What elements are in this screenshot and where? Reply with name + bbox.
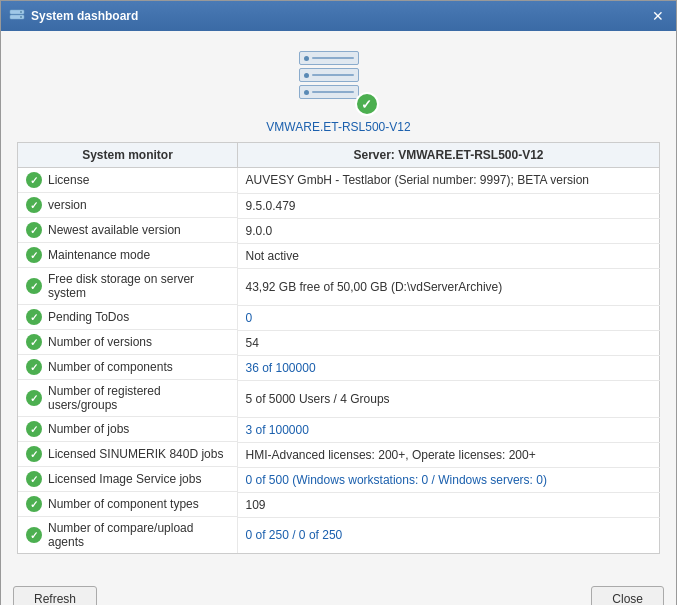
- row-label: Number of versions: [48, 335, 152, 349]
- table-row: ✓ Licensed SINUMERIK 840D jobs HMI-Advan…: [18, 442, 660, 467]
- row-label-cell: ✓ Number of registered users/groups: [18, 380, 238, 417]
- table-row: ✓ version 9.5.0.479: [18, 193, 660, 218]
- row-label-cell: ✓ Number of components: [18, 355, 238, 380]
- row-value-cell: 109: [238, 492, 660, 517]
- row-value-cell: 9.5.0.479: [238, 193, 660, 218]
- row-value: 5 of 5000 Users / 4 Groups: [246, 392, 390, 406]
- row-value-cell: AUVESY GmbH - Testlabor (Serial number: …: [238, 168, 660, 194]
- row-value-cell: HMI-Advanced licenses: 200+, Operate lic…: [238, 442, 660, 467]
- status-check-icon: ✓: [26, 247, 42, 263]
- row-value: 9.5.0.479: [246, 199, 296, 213]
- row-label: Number of compare/upload agents: [48, 521, 229, 549]
- status-check-icon: ✓: [26, 471, 42, 487]
- table-row: ✓ Pending ToDos 0: [18, 305, 660, 330]
- refresh-button[interactable]: Refresh: [13, 586, 97, 605]
- row-value-cell: 0 of 500 (Windows workstations: 0 / Wind…: [238, 467, 660, 492]
- row-value-cell: 5 of 5000 Users / 4 Groups: [238, 380, 660, 417]
- content-area: VMWARE.ET-RSL500-V12 System monitor Serv…: [1, 31, 676, 578]
- row-label: Newest available version: [48, 223, 181, 237]
- row-label: Licensed SINUMERIK 840D jobs: [48, 447, 223, 461]
- row-label-cell: ✓ Licensed SINUMERIK 840D jobs: [18, 442, 238, 467]
- info-table: System monitor Server: VMWARE.ET-RSL500-…: [17, 142, 660, 554]
- svg-point-2: [20, 11, 22, 13]
- table-row: ✓ Number of versions 54: [18, 330, 660, 355]
- col2-header: Server: VMWARE.ET-RSL500-V12: [238, 143, 660, 168]
- row-value: 0 of 250 / 0 of 250: [246, 528, 343, 542]
- row-label: Number of components: [48, 360, 173, 374]
- status-check-icon: ✓: [26, 172, 42, 188]
- row-value: 43,92 GB free of 50,00 GB (D:\vdServerAr…: [246, 280, 503, 294]
- row-value: Not active: [246, 249, 299, 263]
- col1-header: System monitor: [18, 143, 238, 168]
- row-value: 3 of 100000: [246, 423, 309, 437]
- row-label-cell: ✓ Free disk storage on server system: [18, 268, 238, 305]
- row-label-cell: ✓ Number of jobs: [18, 417, 238, 442]
- table-row: ✓ Number of jobs 3 of 100000: [18, 417, 660, 442]
- status-check-icon: ✓: [26, 309, 42, 325]
- table-row: ✓ Number of compare/upload agents 0 of 2…: [18, 517, 660, 554]
- table-row: ✓ Number of registered users/groups 5 of…: [18, 380, 660, 417]
- status-check-icon: ✓: [26, 334, 42, 350]
- row-value-cell: 36 of 100000: [238, 355, 660, 380]
- server-graphic: VMWARE.ET-RSL500-V12: [17, 43, 660, 134]
- row-value: HMI-Advanced licenses: 200+, Operate lic…: [246, 448, 536, 462]
- row-label-cell: ✓ Number of compare/upload agents: [18, 517, 238, 553]
- row-label: Free disk storage on server system: [48, 272, 229, 300]
- status-check-icon: ✓: [26, 390, 42, 406]
- check-badge-icon: [355, 92, 379, 116]
- row-value-cell: 9.0.0: [238, 218, 660, 243]
- row-label: License: [48, 173, 89, 187]
- row-value-blue: 0: [536, 473, 543, 487]
- title-bar: System dashboard ✕: [1, 1, 676, 31]
- row-value: 0 of 500 (Windows workstations: 0 / Wind…: [246, 473, 547, 487]
- server-dot-3: [304, 90, 309, 95]
- close-button[interactable]: Close: [591, 586, 664, 605]
- row-label-cell: ✓ Newest available version: [18, 218, 238, 243]
- status-check-icon: ✓: [26, 222, 42, 238]
- row-value: 109: [246, 498, 266, 512]
- server-icon-container: [299, 43, 379, 118]
- table-row: ✓ Number of components 36 of 100000: [18, 355, 660, 380]
- row-label-cell: ✓ Maintenance mode: [18, 243, 238, 268]
- table-row: ✓ Free disk storage on server system 43,…: [18, 268, 660, 305]
- row-value: 9.0.0: [246, 224, 273, 238]
- server-line: [312, 57, 354, 59]
- row-value-cell: 54: [238, 330, 660, 355]
- row-label-cell: ✓ Number of component types: [18, 492, 238, 517]
- server-unit-3: [299, 85, 359, 99]
- table-row: ✓ Newest available version 9.0.0: [18, 218, 660, 243]
- server-dot-2: [304, 73, 309, 78]
- server-line-3: [312, 91, 354, 93]
- title-bar-left: System dashboard: [9, 8, 138, 24]
- row-label-cell: ✓ version: [18, 193, 238, 218]
- row-value-cell: 0 of 250 / 0 of 250: [238, 517, 660, 554]
- window-title: System dashboard: [31, 9, 138, 23]
- status-check-icon: ✓: [26, 421, 42, 437]
- status-check-icon: ✓: [26, 278, 42, 294]
- title-bar-icon: [9, 8, 25, 24]
- server-name-label: VMWARE.ET-RSL500-V12: [266, 120, 410, 134]
- system-dashboard-window: System dashboard ✕: [0, 0, 677, 605]
- row-label: Maintenance mode: [48, 248, 150, 262]
- row-value-cell: 0: [238, 305, 660, 330]
- server-unit-1: [299, 51, 359, 65]
- row-value-cell: 3 of 100000: [238, 417, 660, 442]
- row-value: 36 of 100000: [246, 361, 316, 375]
- row-label-cell: ✓ Number of versions: [18, 330, 238, 355]
- svg-point-3: [20, 16, 22, 18]
- status-check-icon: ✓: [26, 359, 42, 375]
- row-label-cell: ✓ Pending ToDos: [18, 305, 238, 330]
- server-unit-2: [299, 68, 359, 82]
- status-check-icon: ✓: [26, 496, 42, 512]
- server-line-2: [312, 74, 354, 76]
- row-label: Licensed Image Service jobs: [48, 472, 201, 486]
- row-value: 54: [246, 336, 259, 350]
- table-row: ✓ Number of component types 109: [18, 492, 660, 517]
- row-label: Number of registered users/groups: [48, 384, 229, 412]
- status-check-icon: ✓: [26, 446, 42, 462]
- window-close-button[interactable]: ✕: [648, 6, 668, 26]
- status-check-icon: ✓: [26, 197, 42, 213]
- row-label: Pending ToDos: [48, 310, 129, 324]
- row-label: Number of jobs: [48, 422, 129, 436]
- row-value-cell: 43,92 GB free of 50,00 GB (D:\vdServerAr…: [238, 268, 660, 305]
